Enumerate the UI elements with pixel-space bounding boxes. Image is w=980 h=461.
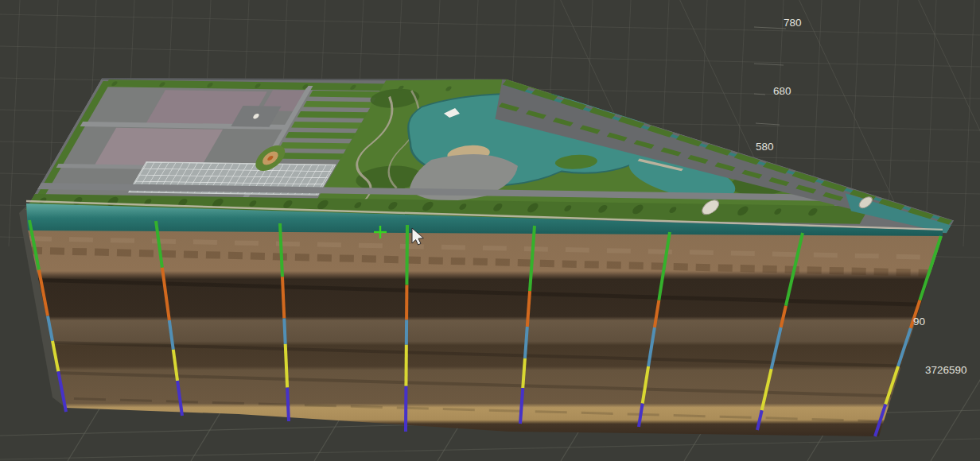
scene-canvas[interactable]: 780680580903726590 <box>0 0 980 461</box>
axis-label: 680 <box>773 85 791 97</box>
borehole-segment <box>284 319 285 344</box>
borehole-segment <box>282 277 284 318</box>
strata-front-face <box>28 230 943 436</box>
axis-label: 580 <box>756 141 774 153</box>
borehole-line[interactable] <box>406 225 407 432</box>
borehole-segment <box>406 225 407 285</box>
axis-label: 90 <box>913 316 925 327</box>
borehole-segment <box>523 358 525 388</box>
axis-ticks <box>754 27 786 125</box>
axis-label: 3726590 <box>925 364 967 376</box>
borehole-segment <box>287 388 289 421</box>
viewport-3d[interactable]: 780680580903726590 <box>0 0 980 461</box>
borehole-segment <box>286 344 287 388</box>
axis-label: 780 <box>784 17 802 29</box>
